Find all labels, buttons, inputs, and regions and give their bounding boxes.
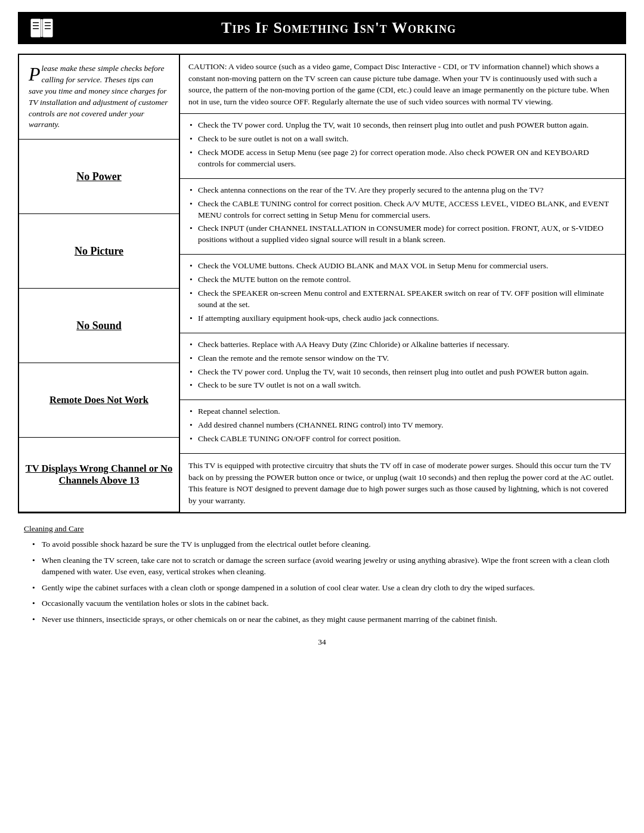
list-item: Check the MUTE button on the remote cont…: [188, 274, 617, 286]
cleaning-title: Cleaning and Care: [24, 524, 620, 534]
book-icon: [30, 18, 54, 38]
page-number: 34: [18, 637, 626, 647]
list-item: Add desired channel numbers (CHANNEL RIN…: [188, 420, 617, 431]
power-surge-text: This TV is equipped with protective circ…: [180, 454, 625, 512]
no-picture-section: Check antenna connections on the rear of…: [180, 179, 625, 255]
list-item: Check MODE access in Setup Menu (see pag…: [188, 147, 617, 170]
no-power-list: Check the TV power cord. Unplug the TV, …: [188, 120, 617, 170]
no-picture-list: Check antenna connections on the rear of…: [188, 185, 617, 246]
list-item: Check INPUT (under CHANNEL INSTALLATION …: [188, 223, 617, 246]
list-item: When cleaning the TV screen, take care n…: [32, 555, 620, 578]
remote-section: Check batteries. Replace with AA Heavy D…: [180, 333, 625, 401]
list-item: Check batteries. Replace with AA Heavy D…: [188, 339, 617, 351]
page: Tips If Something Isn't Working Please m…: [0, 0, 644, 833]
list-item: Occasionally vacuum the ventilation hole…: [32, 597, 620, 609]
list-item: Gently wipe the cabinet surfaces with a …: [32, 582, 620, 594]
no-sound-section: Check the VOLUME buttons. Check AUDIO BL…: [180, 255, 625, 333]
list-item: Clean the remote and the remote sensor w…: [188, 353, 617, 364]
section-label-no-power: No Power: [19, 140, 179, 214]
list-item: Check to be sure outlet is not on a wall…: [188, 134, 617, 145]
svg-rect-1: [43, 19, 52, 37]
list-item: To avoid possible shock hazard be sure t…: [32, 538, 620, 550]
tv-displays-list: Repeat channel selection. Add desired ch…: [188, 406, 617, 445]
no-power-section: Check the TV power cord. Unplug the TV, …: [180, 114, 625, 179]
cleaning-section: Cleaning and Care To avoid possible shoc…: [18, 524, 626, 625]
drop-cap: P: [29, 64, 41, 83]
svg-rect-0: [31, 19, 41, 37]
list-item: Check the TV power cord. Unplug the TV, …: [188, 367, 617, 378]
section-label-tv-displays: TV Displays Wrong Channel or No Channels…: [19, 438, 179, 512]
intro-text-block: Please make these simple checks before c…: [19, 55, 179, 140]
list-item: Check the TV power cord. Unplug the TV, …: [188, 120, 617, 131]
list-item: Never use thinners, insecticide sprays, …: [32, 614, 620, 625]
section-label-remote: Remote Does Not Work: [19, 363, 179, 438]
list-item: If attempting auxiliary equipment hook-u…: [188, 313, 617, 324]
remote-list: Check batteries. Replace with AA Heavy D…: [188, 339, 617, 392]
tv-displays-section: Repeat channel selection. Add desired ch…: [180, 400, 625, 454]
page-title: Tips If Something Isn't Working: [63, 19, 614, 37]
main-content-table: Please make these simple checks before c…: [18, 54, 626, 513]
list-item: Check the VOLUME buttons. Check AUDIO BL…: [188, 261, 617, 272]
list-item: Repeat channel selection.: [188, 406, 617, 417]
list-item: Check to be sure TV outlet is not on a w…: [188, 380, 617, 391]
caution-text: CAUTION: A video source (such as a video…: [180, 55, 625, 114]
list-item: Check the CABLE TUNING control for corre…: [188, 199, 617, 221]
no-sound-list: Check the VOLUME buttons. Check AUDIO BL…: [188, 261, 617, 324]
cleaning-list: To avoid possible shock hazard be sure t…: [32, 538, 620, 625]
intro-body: lease make these simple checks before ca…: [29, 64, 168, 129]
list-item: Check CABLE TUNING ON/OFF control for co…: [188, 433, 617, 445]
right-column: CAUTION: A video source (such as a video…: [180, 55, 625, 512]
page-header: Tips If Something Isn't Working: [18, 12, 626, 44]
left-column: Please make these simple checks before c…: [19, 55, 180, 512]
section-label-no-sound: No Sound: [19, 289, 179, 363]
list-item: Check antenna connections on the rear of…: [188, 185, 617, 196]
section-label-no-picture: No Picture: [19, 214, 179, 289]
list-item: Check the SPEAKER on-screen Menu control…: [188, 288, 617, 311]
